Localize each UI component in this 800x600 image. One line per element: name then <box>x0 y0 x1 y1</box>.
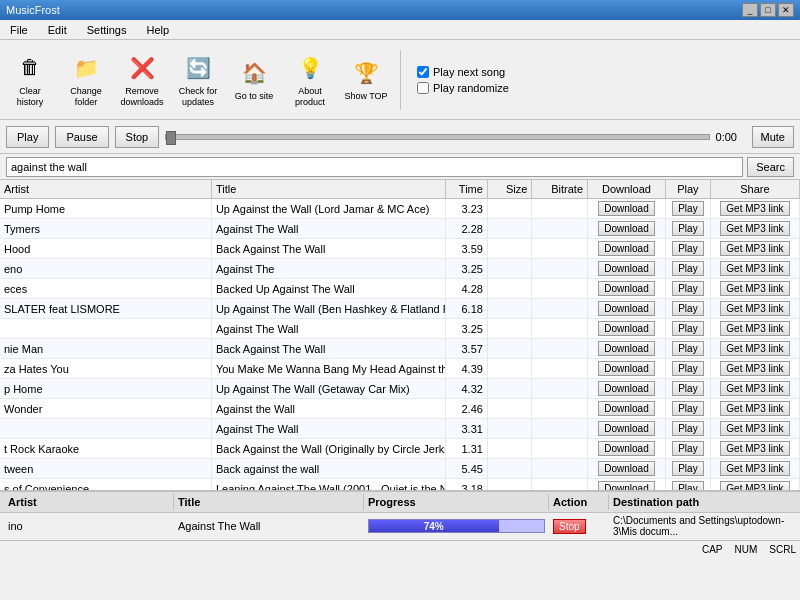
cell-play[interactable]: Play <box>665 379 710 399</box>
get-mp3-link-button[interactable]: Get MP3 link <box>720 481 789 490</box>
get-mp3-link-button[interactable]: Get MP3 link <box>720 221 789 236</box>
cell-share[interactable]: Get MP3 link <box>710 319 799 339</box>
download-button[interactable]: Download <box>598 441 654 456</box>
cell-download[interactable]: Download <box>588 439 666 459</box>
play-row-button[interactable]: Play <box>672 381 703 396</box>
cell-download[interactable]: Download <box>588 419 666 439</box>
cell-play[interactable]: Play <box>665 399 710 419</box>
close-button[interactable]: ✕ <box>778 3 794 17</box>
play-next-option[interactable]: Play next song <box>417 66 509 78</box>
play-row-button[interactable]: Play <box>672 461 703 476</box>
col-header-time[interactable]: Time <box>445 180 487 199</box>
cell-play[interactable]: Play <box>665 439 710 459</box>
download-button[interactable]: Download <box>598 201 654 216</box>
get-mp3-link-button[interactable]: Get MP3 link <box>720 281 789 296</box>
cell-share[interactable]: Get MP3 link <box>710 379 799 399</box>
minimize-button[interactable]: _ <box>742 3 758 17</box>
menu-help[interactable]: Help <box>140 22 175 38</box>
cell-download[interactable]: Download <box>588 279 666 299</box>
cell-share[interactable]: Get MP3 link <box>710 339 799 359</box>
cell-play[interactable]: Play <box>665 359 710 379</box>
col-header-bitrate[interactable]: Bitrate <box>532 180 588 199</box>
cell-download[interactable]: Download <box>588 379 666 399</box>
play-row-button[interactable]: Play <box>672 441 703 456</box>
get-mp3-link-button[interactable]: Get MP3 link <box>720 201 789 216</box>
cell-download[interactable]: Download <box>588 359 666 379</box>
cell-share[interactable]: Get MP3 link <box>710 299 799 319</box>
cell-play[interactable]: Play <box>665 299 710 319</box>
play-row-button[interactable]: Play <box>672 481 703 490</box>
change-folder-button[interactable]: 📁 Change folder <box>60 45 112 115</box>
get-mp3-link-button[interactable]: Get MP3 link <box>720 401 789 416</box>
download-button[interactable]: Download <box>598 241 654 256</box>
download-button[interactable]: Download <box>598 461 654 476</box>
cell-download[interactable]: Download <box>588 239 666 259</box>
col-header-download[interactable]: Download <box>588 180 666 199</box>
download-button[interactable]: Download <box>598 301 654 316</box>
cell-play[interactable]: Play <box>665 459 710 479</box>
cell-play[interactable]: Play <box>665 239 710 259</box>
download-button[interactable]: Download <box>598 261 654 276</box>
play-row-button[interactable]: Play <box>672 221 703 236</box>
play-button[interactable]: Play <box>6 126 49 148</box>
col-header-artist[interactable]: Artist <box>0 180 211 199</box>
results-table-container[interactable]: Artist Title Time Size Bitrate Download … <box>0 180 800 490</box>
search-button[interactable]: Searc <box>747 157 794 177</box>
download-button[interactable]: Download <box>598 381 654 396</box>
cell-share[interactable]: Get MP3 link <box>710 439 799 459</box>
menu-edit[interactable]: Edit <box>42 22 73 38</box>
cell-download[interactable]: Download <box>588 319 666 339</box>
col-header-play[interactable]: Play <box>665 180 710 199</box>
pause-button[interactable]: Pause <box>55 126 108 148</box>
cell-share[interactable]: Get MP3 link <box>710 479 799 491</box>
get-mp3-link-button[interactable]: Get MP3 link <box>720 461 789 476</box>
play-row-button[interactable]: Play <box>672 361 703 376</box>
cell-share[interactable]: Get MP3 link <box>710 359 799 379</box>
play-row-button[interactable]: Play <box>672 301 703 316</box>
get-mp3-link-button[interactable]: Get MP3 link <box>720 361 789 376</box>
maximize-button[interactable]: □ <box>760 3 776 17</box>
cell-share[interactable]: Get MP3 link <box>710 199 799 219</box>
download-button[interactable]: Download <box>598 321 654 336</box>
col-header-size[interactable]: Size <box>487 180 532 199</box>
cell-play[interactable]: Play <box>665 259 710 279</box>
cell-download[interactable]: Download <box>588 259 666 279</box>
dl-stop-button[interactable]: Stop <box>553 519 586 534</box>
about-product-button[interactable]: 💡 About product <box>284 45 336 115</box>
cell-download[interactable]: Download <box>588 299 666 319</box>
get-mp3-link-button[interactable]: Get MP3 link <box>720 261 789 276</box>
download-button[interactable]: Download <box>598 361 654 376</box>
play-row-button[interactable]: Play <box>672 241 703 256</box>
get-mp3-link-button[interactable]: Get MP3 link <box>720 301 789 316</box>
cell-share[interactable]: Get MP3 link <box>710 259 799 279</box>
download-button[interactable]: Download <box>598 421 654 436</box>
menu-settings[interactable]: Settings <box>81 22 133 38</box>
play-next-checkbox[interactable] <box>417 66 429 78</box>
player-progress-bar[interactable] <box>165 134 709 140</box>
play-random-option[interactable]: Play randomize <box>417 82 509 94</box>
get-mp3-link-button[interactable]: Get MP3 link <box>720 421 789 436</box>
cell-download[interactable]: Download <box>588 479 666 491</box>
col-header-share[interactable]: Share <box>710 180 799 199</box>
mute-button[interactable]: Mute <box>752 126 794 148</box>
show-top-button[interactable]: 🏆 Show TOP <box>340 45 392 115</box>
go-to-site-button[interactable]: 🏠 Go to site <box>228 45 280 115</box>
cell-share[interactable]: Get MP3 link <box>710 239 799 259</box>
play-row-button[interactable]: Play <box>672 201 703 216</box>
play-row-button[interactable]: Play <box>672 281 703 296</box>
download-button[interactable]: Download <box>598 221 654 236</box>
cell-download[interactable]: Download <box>588 219 666 239</box>
download-button[interactable]: Download <box>598 481 654 490</box>
get-mp3-link-button[interactable]: Get MP3 link <box>720 441 789 456</box>
cell-share[interactable]: Get MP3 link <box>710 459 799 479</box>
cell-share[interactable]: Get MP3 link <box>710 419 799 439</box>
cell-play[interactable]: Play <box>665 319 710 339</box>
stop-button[interactable]: Stop <box>115 126 160 148</box>
cell-download[interactable]: Download <box>588 339 666 359</box>
get-mp3-link-button[interactable]: Get MP3 link <box>720 341 789 356</box>
cell-share[interactable]: Get MP3 link <box>710 399 799 419</box>
get-mp3-link-button[interactable]: Get MP3 link <box>720 241 789 256</box>
play-random-checkbox[interactable] <box>417 82 429 94</box>
remove-downloads-button[interactable]: ❌ Remove downloads <box>116 45 168 115</box>
play-row-button[interactable]: Play <box>672 401 703 416</box>
